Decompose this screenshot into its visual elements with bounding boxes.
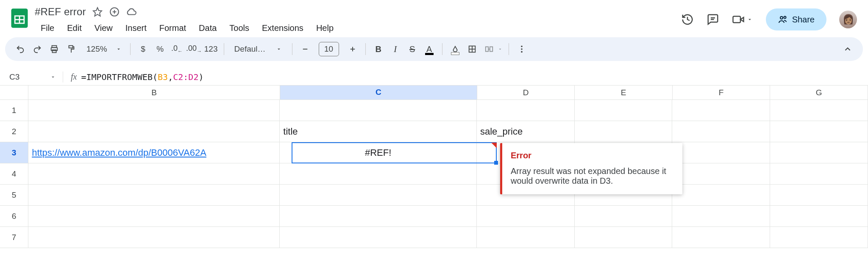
cell-e1[interactable] <box>575 100 673 121</box>
row-header-6[interactable]: 6 <box>0 206 28 227</box>
cell-d2[interactable]: sale_price <box>477 121 575 142</box>
menu-tools[interactable]: Tools <box>223 22 255 35</box>
title-area: #REF error File Edit View Insert Format … <box>35 4 681 36</box>
spreadsheet-grid[interactable]: B C D E F G 1 2 title sale_price 3 https… <box>0 86 868 248</box>
cell-b4[interactable] <box>28 163 280 185</box>
print-button[interactable] <box>46 41 63 58</box>
column-header-d[interactable]: D <box>477 86 575 99</box>
cell-d6[interactable] <box>477 206 575 227</box>
menu-file[interactable]: File <box>35 22 60 35</box>
merge-cells-button[interactable] <box>481 41 498 58</box>
account-avatar[interactable]: 👩🏽 <box>839 11 857 28</box>
column-header-f[interactable]: F <box>673 86 771 99</box>
history-icon[interactable] <box>681 13 694 26</box>
collapse-toolbar-button[interactable] <box>839 41 856 58</box>
cell-b7[interactable] <box>28 227 280 248</box>
toolbar-container: 125% $ % .0← .00→ 123 Defaul… 10 B I S A <box>0 37 868 61</box>
cell-b6[interactable] <box>28 206 280 227</box>
row-header-2[interactable]: 2 <box>0 121 28 142</box>
cell-c6[interactable] <box>280 206 477 227</box>
cell-c3[interactable]: #REF! <box>280 142 477 163</box>
row-header-3[interactable]: 3 <box>0 142 28 163</box>
cloud-saved-icon[interactable] <box>126 6 137 17</box>
cell-c5[interactable] <box>280 185 477 206</box>
increase-font-size-button[interactable] <box>344 41 361 58</box>
cell-f2[interactable] <box>672 121 770 142</box>
zoom-select[interactable]: 125% <box>80 44 126 54</box>
cell-e7[interactable] <box>575 227 673 248</box>
share-button[interactable]: Share <box>766 8 826 30</box>
name-box[interactable]: C3 <box>0 72 59 82</box>
strikethrough-button[interactable]: S <box>404 41 421 58</box>
text-color-button[interactable]: A <box>421 41 438 58</box>
italic-button[interactable]: I <box>387 41 404 58</box>
cell-g5[interactable] <box>770 185 868 206</box>
grid-rows: 1 2 title sale_price 3 https://www.amazo… <box>0 100 868 248</box>
star-icon[interactable] <box>92 6 103 17</box>
more-toolbar-button[interactable] <box>513 41 530 58</box>
decrease-font-size-button[interactable] <box>297 41 314 58</box>
column-header-g[interactable]: G <box>770 86 868 99</box>
cell-c1[interactable] <box>280 100 477 121</box>
menu-edit[interactable]: Edit <box>61 22 87 35</box>
column-header-b[interactable]: B <box>28 86 280 99</box>
move-icon[interactable] <box>109 6 120 17</box>
cell-b2[interactable] <box>28 121 280 142</box>
more-formats-button[interactable]: 123 <box>203 41 220 58</box>
cell-f7[interactable] <box>672 227 770 248</box>
cell-d7[interactable] <box>477 227 575 248</box>
cell-e2[interactable] <box>575 121 673 142</box>
decrease-decimal-button[interactable]: .0← <box>169 41 186 58</box>
paint-format-button[interactable] <box>63 41 80 58</box>
sheets-logo[interactable] <box>8 7 31 29</box>
increase-decimal-button[interactable]: .00→ <box>186 41 203 58</box>
cell-f3[interactable] <box>672 142 770 163</box>
bold-button[interactable]: B <box>370 41 387 58</box>
menu-view[interactable]: View <box>89 22 119 35</box>
cell-f5[interactable] <box>672 185 770 206</box>
cell-g3[interactable] <box>770 142 868 163</box>
cell-f6[interactable] <box>672 206 770 227</box>
comments-icon[interactable] <box>707 13 719 26</box>
cell-g1[interactable] <box>770 100 868 121</box>
cell-g7[interactable] <box>770 227 868 248</box>
cell-g4[interactable] <box>770 163 868 185</box>
row-header-5[interactable]: 5 <box>0 185 28 206</box>
undo-button[interactable] <box>12 41 29 58</box>
document-title[interactable]: #REF error <box>35 6 86 18</box>
cell-g2[interactable] <box>770 121 868 142</box>
cell-g6[interactable] <box>770 206 868 227</box>
menu-data[interactable]: Data <box>193 22 223 35</box>
column-headers: B C D E F G <box>0 86 868 100</box>
redo-button[interactable] <box>29 41 46 58</box>
column-header-c[interactable]: C <box>280 86 477 99</box>
percent-button[interactable]: % <box>152 41 169 58</box>
menu-help[interactable]: Help <box>310 22 339 35</box>
cell-c4[interactable] <box>280 163 477 185</box>
font-family-select[interactable]: Defaul… <box>228 44 288 54</box>
column-header-e[interactable]: E <box>575 86 673 99</box>
fill-color-button[interactable] <box>447 41 464 58</box>
menu-extensions[interactable]: Extensions <box>256 22 309 35</box>
cell-f4[interactable] <box>672 163 770 185</box>
cell-c2[interactable]: title <box>280 121 477 142</box>
menu-format[interactable]: Format <box>153 22 192 35</box>
cell-d1[interactable] <box>477 100 575 121</box>
cell-b1[interactable] <box>28 100 280 121</box>
cell-c7[interactable] <box>280 227 477 248</box>
cell-f1[interactable] <box>672 100 770 121</box>
cell-b3[interactable]: https://www.amazon.com/dp/B0006VA62A <box>28 142 280 163</box>
row-header-7[interactable]: 7 <box>0 227 28 248</box>
borders-button[interactable] <box>464 41 481 58</box>
select-all-corner[interactable] <box>0 86 28 99</box>
cell-e6[interactable] <box>575 206 673 227</box>
row-header-1[interactable]: 1 <box>0 100 28 121</box>
menu-insert[interactable]: Insert <box>120 22 153 35</box>
row-header-4[interactable]: 4 <box>0 163 28 185</box>
cell-b5[interactable] <box>28 185 280 206</box>
currency-button[interactable]: $ <box>135 41 152 58</box>
meet-button[interactable] <box>732 13 753 26</box>
formula-bar[interactable]: =IMPORTFROMWEB(B3,C2:D2) <box>81 72 203 82</box>
font-size-input[interactable]: 10 <box>319 42 339 56</box>
menu-bar: File Edit View Insert Format Data Tools … <box>35 19 681 36</box>
